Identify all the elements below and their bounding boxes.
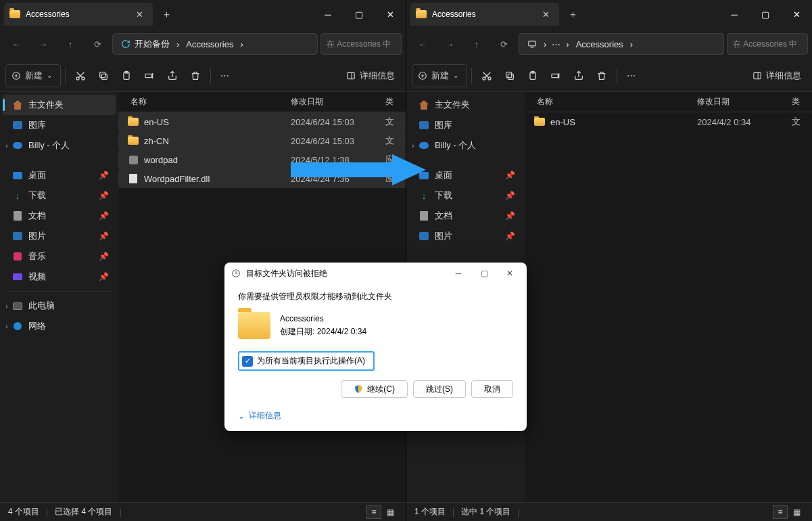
expand-icon[interactable]: ›: [3, 323, 11, 330]
rename-button[interactable]: [139, 64, 160, 87]
dialog-minimize-button[interactable]: ─: [448, 265, 469, 281]
sidebar-item-gallery[interactable]: 图库: [3, 115, 116, 135]
close-button[interactable]: ✕: [781, 3, 812, 25]
table-row[interactable]: en-US 2024/4/2 0:34 文: [525, 112, 812, 131]
dialog-close-button[interactable]: ✕: [500, 265, 520, 281]
sidebar-item-documents[interactable]: 文档📌: [409, 206, 522, 226]
col-date[interactable]: 修改日期: [697, 96, 792, 108]
sidebar-item-desktop[interactable]: 桌面📌: [409, 165, 522, 185]
expand-icon[interactable]: ›: [409, 142, 417, 150]
col-name[interactable]: 名称: [118, 96, 291, 108]
maximize-button[interactable]: ▢: [750, 3, 781, 25]
breadcrumb-folder[interactable]: Accessories: [182, 38, 237, 51]
breadcrumb-backup[interactable]: 开始备份: [117, 37, 174, 51]
more-button[interactable]: ⋯: [215, 64, 235, 87]
sidebar-item-onedrive[interactable]: ›Billy - 个人: [3, 135, 116, 156]
refresh-button[interactable]: ⟳: [85, 32, 110, 56]
more-button[interactable]: ⋯: [621, 64, 641, 87]
breadcrumb[interactable]: › ⋯ › Accessories ›: [519, 33, 724, 55]
sidebar-item-downloads[interactable]: ↓下载📌: [3, 185, 116, 206]
minimize-button[interactable]: ─: [719, 3, 750, 25]
back-button[interactable]: ←: [410, 32, 435, 56]
new-button[interactable]: 新建 ⌄: [5, 64, 61, 87]
window-tab[interactable]: Accessories ✕: [410, 3, 559, 26]
sidebar-item-home[interactable]: 主文件夹: [409, 95, 522, 115]
col-type[interactable]: 类: [792, 96, 812, 108]
search-input[interactable]: 在 Accessories 中: [320, 33, 402, 55]
breadcrumb-pc[interactable]: [523, 39, 541, 49]
new-tab-button[interactable]: ＋: [566, 7, 579, 21]
sidebar-item-music[interactable]: 音乐📌: [3, 246, 116, 267]
search-input[interactable]: 在 Accessories 中: [727, 33, 808, 55]
paste-button[interactable]: [522, 64, 544, 87]
table-row[interactable]: wordpad 2024/5/12 1:38 应: [118, 150, 406, 169]
skip-button[interactable]: 跳过(S): [413, 380, 466, 398]
breadcrumb-overflow[interactable]: ⋯: [549, 39, 563, 49]
close-button[interactable]: ✕: [375, 3, 406, 25]
sidebar-item-pictures[interactable]: 图片📌: [3, 226, 116, 246]
table-row[interactable]: WordpadFilter.dll 2024/4/24 7:36 应: [118, 169, 406, 188]
more-details-toggle[interactable]: ⌄ 详细信息: [238, 410, 513, 422]
sidebar-item-home[interactable]: 主文件夹: [3, 95, 116, 115]
forward-button[interactable]: →: [31, 32, 55, 56]
sidebar-item-pictures[interactable]: 图片📌: [409, 226, 522, 246]
col-name[interactable]: 名称: [525, 96, 697, 108]
rename-button[interactable]: [545, 64, 567, 87]
delete-button[interactable]: [591, 64, 613, 87]
share-button[interactable]: [568, 64, 590, 87]
sidebar-item-onedrive[interactable]: ›Billy - 个人: [409, 135, 522, 156]
chevron-right-icon: ›: [176, 39, 179, 49]
copy-button[interactable]: [499, 64, 521, 87]
breadcrumb-label: 开始备份: [135, 38, 170, 50]
item-count: 4 个项目: [8, 506, 39, 518]
delete-button[interactable]: [185, 64, 206, 87]
new-button[interactable]: 新建 ⌄: [412, 64, 467, 87]
breadcrumb-folder[interactable]: Accessories: [572, 38, 627, 51]
refresh-button[interactable]: ⟳: [492, 32, 516, 56]
continue-button[interactable]: 继续(C): [341, 380, 408, 398]
sidebar-item-documents[interactable]: 文档📌: [3, 206, 116, 226]
share-button[interactable]: [162, 64, 183, 87]
cut-button[interactable]: [476, 64, 498, 87]
view-grid-button[interactable]: ▦: [383, 505, 398, 519]
sidebar-item-videos[interactable]: 视频📌: [3, 267, 116, 287]
expand-icon[interactable]: ›: [3, 302, 11, 310]
cut-button[interactable]: [70, 64, 91, 87]
sidebar-item-gallery[interactable]: 图库: [409, 115, 522, 135]
sidebar-item-pc[interactable]: ›此电脑: [3, 296, 116, 316]
col-type[interactable]: 类: [385, 96, 406, 108]
pin-icon: 📌: [505, 211, 515, 221]
view-grid-button[interactable]: ▦: [789, 505, 804, 519]
up-button[interactable]: ↑: [58, 32, 82, 56]
dialog-maximize-button[interactable]: ▢: [474, 265, 494, 281]
left-explorer-window: Accessories ✕ ＋ ─ ▢ ✕ ← → ↑ ⟳ 开始备份 ›: [0, 0, 406, 521]
up-button[interactable]: ↑: [464, 32, 489, 56]
apply-all-checkbox[interactable]: ✓ 为所有当前项目执行此操作(A): [238, 351, 375, 371]
maximize-button[interactable]: ▢: [343, 3, 375, 25]
view-details-button[interactable]: ≡: [366, 505, 381, 519]
sidebar-item-label: 图片: [435, 230, 452, 242]
window-tab[interactable]: Accessories ✕: [4, 3, 153, 26]
col-date[interactable]: 修改日期: [291, 96, 385, 108]
cancel-button[interactable]: 取消: [471, 380, 513, 398]
sidebar-item-network[interactable]: ›网络: [3, 316, 116, 336]
sidebar-item-desktop[interactable]: 桌面📌: [3, 165, 116, 185]
details-pane-button[interactable]: 详细信息: [341, 64, 400, 87]
status-bar: 4 个项目 | 已选择 4 个项目 | ≡ ▦: [0, 502, 406, 521]
file-name: en-US: [144, 117, 169, 127]
table-row[interactable]: zh-CN 2024/6/24 15:03 文: [118, 131, 406, 150]
view-details-button[interactable]: ≡: [773, 505, 788, 519]
breadcrumb[interactable]: 开始备份 › Accessories ›: [112, 33, 318, 55]
close-tab-button[interactable]: ✕: [133, 7, 146, 21]
paste-button[interactable]: [116, 64, 137, 87]
copy-button[interactable]: [93, 64, 114, 87]
expand-icon[interactable]: ›: [3, 142, 11, 150]
new-tab-button[interactable]: ＋: [160, 7, 173, 21]
sidebar-item-downloads[interactable]: ↓下载📌: [409, 185, 522, 206]
details-pane-button[interactable]: 详细信息: [747, 64, 807, 87]
back-button[interactable]: ←: [4, 32, 28, 56]
close-tab-button[interactable]: ✕: [539, 7, 552, 21]
table-row[interactable]: en-US 2024/6/24 15:03 文: [118, 112, 406, 131]
minimize-button[interactable]: ─: [312, 3, 343, 25]
forward-button[interactable]: →: [437, 32, 462, 56]
